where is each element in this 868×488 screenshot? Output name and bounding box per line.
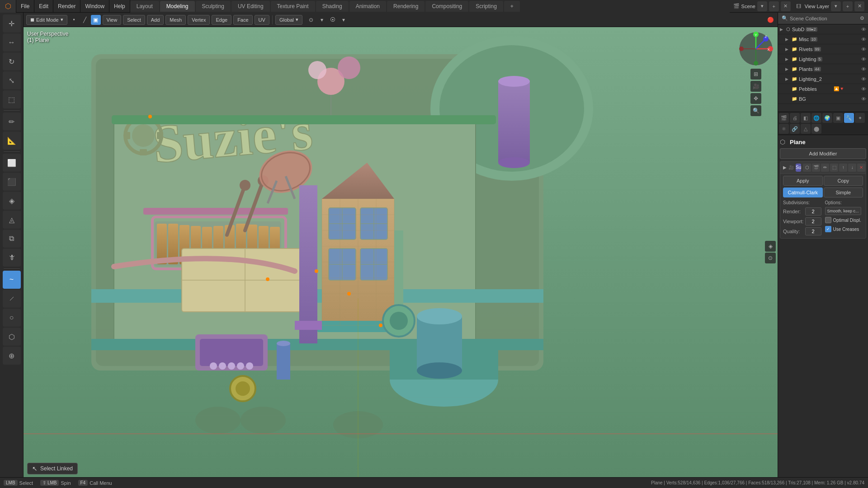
- prop-tab-modifier[interactable]: 🔧: [844, 113, 854, 123]
- transform-orientation[interactable]: Global▾: [275, 15, 302, 25]
- transform-tool[interactable]: ⬚: [3, 90, 21, 108]
- measure-tool[interactable]: 📐: [3, 131, 21, 150]
- bevel-tool[interactable]: ◬: [3, 211, 21, 229]
- shear-tool[interactable]: ⟋: [3, 290, 21, 308]
- extrude-tool[interactable]: ⬛: [3, 173, 21, 191]
- mod-realtime-btn[interactable]: ⬡: [803, 164, 811, 172]
- outliner-item-plants[interactable]: ▶ 📁 Plants 44 👁: [778, 64, 868, 74]
- menu-help[interactable]: Help: [109, 0, 130, 12]
- viewport[interactable]: Suzie's: [24, 27, 778, 477]
- mod-render-btn[interactable]: 🎬: [812, 164, 820, 172]
- scene-add-btn[interactable]: +: [769, 1, 779, 11]
- knife-tool[interactable]: 🗡: [3, 249, 21, 267]
- viewport-side-icon-2[interactable]: ⊙: [765, 253, 776, 263]
- rivets-visibility[interactable]: 👁: [861, 47, 866, 52]
- move-tool[interactable]: ↔: [3, 33, 21, 52]
- mesh-menu-btn[interactable]: Mesh: [165, 15, 186, 25]
- scene-expand-btn[interactable]: ▾: [757, 1, 767, 11]
- viewport-overlay-btn[interactable]: 🔴: [765, 15, 775, 25]
- copy-button[interactable]: Copy: [824, 176, 863, 186]
- tab-animation[interactable]: Animation: [349, 1, 386, 12]
- mod-close-btn[interactable]: ✕: [857, 164, 865, 172]
- modifier-camera-icon[interactable]: 🎥: [788, 165, 794, 170]
- mode-selector[interactable]: ◼ Edit Mode ▾: [26, 15, 67, 25]
- outliner-item-subd[interactable]: ▶ ⬡ SubD 09▸2 👁: [778, 24, 868, 34]
- vertex-menu-btn[interactable]: Vertex: [188, 15, 210, 25]
- outliner-item-rivets[interactable]: ▶ 📁 Rivets 99 👁: [778, 44, 868, 54]
- annotate-tool[interactable]: ✏: [3, 113, 21, 131]
- snap-icon[interactable]: ⊙: [306, 15, 316, 25]
- view-grid-icon[interactable]: ⊞: [750, 69, 761, 80]
- proportional-type-icon[interactable]: ▾: [339, 15, 349, 25]
- view-layer-expand-btn[interactable]: ▾: [831, 1, 841, 11]
- render-value[interactable]: 2: [805, 207, 821, 216]
- shrink-fatten-tool[interactable]: ⬡: [3, 328, 21, 346]
- misc-visibility[interactable]: 👁: [861, 37, 866, 42]
- outliner-item-pebbles[interactable]: 📁 Pebbles 🔼🔻 👁: [778, 84, 868, 94]
- catmull-clark-btn[interactable]: Catmull-Clark: [783, 188, 823, 197]
- use-creases-checkbox[interactable]: ✓: [825, 226, 831, 232]
- menu-edit[interactable]: Edit: [34, 0, 53, 12]
- outliner-item-misc[interactable]: ▶ 📁 Misc 10 👁: [778, 34, 868, 44]
- prop-tab-world[interactable]: 🌍: [822, 113, 832, 123]
- push-pull-tool[interactable]: ⊕: [3, 347, 21, 365]
- simple-btn[interactable]: Simple: [824, 188, 863, 197]
- prop-tab-output[interactable]: 🖨: [790, 113, 800, 123]
- view-menu-btn[interactable]: View: [103, 15, 122, 25]
- add-cube-tool[interactable]: ⬜: [3, 154, 21, 172]
- pebbles-visibility[interactable]: 👁: [861, 86, 866, 92]
- mod-edit-btn[interactable]: ✏: [821, 164, 829, 172]
- tab-uv-editing[interactable]: UV Editing: [231, 1, 270, 12]
- prop-tab-object[interactable]: ▣: [833, 113, 843, 123]
- outliner-filter-btn[interactable]: ⚙: [860, 15, 864, 21]
- obj-vert-icon[interactable]: •: [69, 15, 79, 25]
- tab-add[interactable]: +: [504, 1, 520, 12]
- view-layer-add-btn[interactable]: +: [843, 1, 853, 11]
- prop-tab-data[interactable]: △: [801, 124, 811, 134]
- obj-face-icon[interactable]: ▣: [91, 15, 101, 25]
- mod-cage-btn[interactable]: ⬚: [830, 164, 838, 172]
- inset-tool[interactable]: ◈: [3, 192, 21, 210]
- tab-shading[interactable]: Shading: [316, 1, 349, 12]
- menu-file[interactable]: File: [16, 0, 34, 12]
- prop-tab-physics[interactable]: ⚛: [779, 124, 789, 134]
- menu-window[interactable]: Window: [80, 0, 109, 12]
- viewport-side-icon-1[interactable]: ◈: [765, 241, 776, 252]
- apply-button[interactable]: Apply: [783, 176, 823, 186]
- obj-edge-icon[interactable]: ╱: [80, 15, 90, 25]
- tab-compositing[interactable]: Compositing: [425, 1, 468, 12]
- prop-tab-particles[interactable]: ✦: [855, 113, 865, 123]
- subd-visibility[interactable]: 👁: [861, 27, 866, 32]
- tab-sculpting[interactable]: Sculpting: [196, 1, 231, 12]
- outliner-item-bg[interactable]: 📁 BG 👁: [778, 94, 868, 104]
- view-camera-icon[interactable]: 🎥: [750, 81, 761, 92]
- lighting2-visibility[interactable]: 👁: [861, 76, 866, 82]
- proportional-edit-icon[interactable]: ⦿: [328, 15, 338, 25]
- lighting-visibility[interactable]: 👁: [861, 56, 866, 62]
- face-menu-btn[interactable]: Face: [233, 15, 252, 25]
- tab-texture-paint[interactable]: Texture Paint: [271, 1, 315, 12]
- smooth-tool[interactable]: ~: [3, 271, 21, 289]
- rotate-tool[interactable]: ↻: [3, 52, 21, 70]
- edge-menu-btn[interactable]: Edge: [212, 15, 231, 25]
- tab-rendering[interactable]: Rendering: [387, 1, 425, 12]
- prop-tab-material[interactable]: ⬤: [811, 124, 821, 134]
- tab-layout[interactable]: Layout: [130, 1, 159, 12]
- modifier-toggle[interactable]: ▶: [783, 165, 787, 170]
- tab-modeling[interactable]: Modeling: [160, 1, 195, 12]
- outliner-filter-icon[interactable]: 🔍: [782, 15, 788, 21]
- prop-tab-scene[interactable]: 🌐: [811, 113, 821, 123]
- outliner-item-lighting2[interactable]: ▶ 📁 Lighting_2 👁: [778, 74, 868, 84]
- scene-remove-btn[interactable]: ✕: [781, 1, 791, 11]
- mod-down-btn[interactable]: ↓: [848, 164, 856, 172]
- uv-menu-btn[interactable]: UV: [255, 15, 269, 25]
- plants-visibility[interactable]: 👁: [861, 66, 866, 72]
- menu-render[interactable]: Render: [53, 0, 80, 12]
- prop-tab-render[interactable]: 🎬: [779, 113, 789, 123]
- quality-value[interactable]: 2: [805, 227, 821, 235]
- smooth-dropdown[interactable]: Smooth, keep c...: [825, 207, 861, 215]
- mod-up-btn[interactable]: ↑: [839, 164, 847, 172]
- optimal-display-checkbox[interactable]: [825, 217, 831, 223]
- scale-tool[interactable]: ⤡: [3, 71, 21, 89]
- cursor-tool[interactable]: ✛: [3, 14, 21, 33]
